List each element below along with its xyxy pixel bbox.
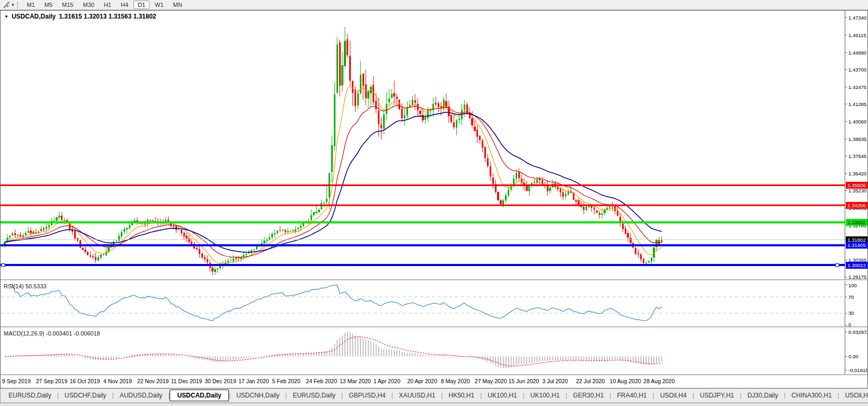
chart-tab-audusd-daily[interactable]: AUDUSD,Daily — [114, 390, 169, 401]
price-axis-label: 1.38835 — [848, 136, 866, 142]
timeframe-button-w1[interactable]: W1 — [150, 1, 168, 9]
chart-tab-usdchf-daily[interactable]: USDCHF,Daily — [59, 390, 112, 401]
rsi-indicator-label: RSI(14) 50.5333 — [4, 283, 47, 289]
macd-signal-line — [5, 337, 662, 366]
price-tag-1.35606: 1.35606 — [846, 182, 867, 189]
status-strip — [0, 403, 868, 406]
chart-tab-eurusd-daily[interactable]: EURUSD,Daily — [3, 390, 57, 401]
date-label: 4 Nov 2019 — [103, 378, 132, 384]
macd-axis-label: 0.00 — [848, 354, 858, 359]
price-axis-label: 1.46115 — [848, 32, 866, 38]
mid-ma-line[interactable] — [5, 105, 662, 258]
ohlc-values: 1.31615 1.32013 1.31563 1.31802 — [59, 13, 156, 20]
timeframe-button-h4[interactable]: H4 — [117, 1, 132, 9]
svg-text:1.34206: 1.34206 — [847, 202, 865, 208]
price-axis-label: 1.42475 — [848, 84, 866, 90]
rsi-axis-label: 0 — [848, 322, 851, 327]
slow-ma-line[interactable] — [5, 112, 662, 252]
price-axis-label: 1.41285 — [848, 101, 866, 107]
date-label: 1 Apr 2020 — [374, 378, 401, 384]
date-label: 10 Aug 2020 — [610, 378, 641, 384]
date-label: 15 Jun 2020 — [509, 378, 539, 384]
chart-tab-hk50-h1[interactable]: HK50,H1 — [443, 390, 481, 401]
date-label: 28 Aug 2020 — [643, 378, 675, 384]
chart-tab-usoil-h4[interactable]: USOil,H4 — [654, 390, 693, 401]
price-tag-1.34206: 1.34206 — [846, 202, 867, 209]
top-toolbar: ▾ M1M5M15M30H1H4D1W1MN — [0, 0, 868, 10]
price-axis-label: 1.40060 — [848, 119, 866, 125]
rsi-axis: 10070300 — [845, 281, 857, 326]
timeframe-button-m15[interactable]: M15 — [58, 1, 77, 9]
svg-text:1.35606: 1.35606 — [847, 182, 865, 188]
price-axis-label: 1.29175 — [848, 274, 866, 279]
svg-text:1.31802: 1.31802 — [847, 237, 865, 243]
date-label: 13 Mar 2020 — [340, 378, 371, 384]
price-axis-label: 1.43700 — [848, 67, 866, 73]
price-axis-label: 1.36420 — [848, 171, 866, 176]
chart-tab-xauusd-h1[interactable]: XAUUSD,H1 — [393, 390, 441, 401]
timeframe-button-m30[interactable]: M30 — [79, 1, 99, 9]
chart-tab-uk100-h1[interactable]: UK100,H1 — [525, 390, 565, 401]
date-label: 11 Dec 2019 — [171, 378, 202, 384]
date-label: 17 Jan 2020 — [238, 378, 269, 384]
horizontal-lines[interactable] — [1, 185, 845, 267]
tool-dropdown-caret-icon[interactable]: ▾ — [12, 2, 14, 7]
price-axis-label: 1.37645 — [848, 153, 866, 159]
timeframe-button-d1[interactable]: D1 — [134, 1, 149, 9]
drawing-tool-icon[interactable] — [2, 1, 11, 9]
date-label: 3 Jul 2020 — [542, 378, 568, 384]
timeframe-button-h1[interactable]: H1 — [100, 1, 116, 9]
date-labels: 9 Sep 201927 Sep 201916 Oct 20194 Nov 20… — [2, 378, 675, 384]
price-axis-label: 1.47340 — [848, 15, 866, 21]
rsi-axis-label: 100 — [848, 283, 857, 288]
price-tag-1.31405: 1.31405 — [846, 242, 867, 249]
svg-text:1.30022: 1.30022 — [847, 262, 865, 268]
chart-tab-usdcad-daily[interactable]: USDCAD,Daily — [170, 390, 228, 401]
chart-title: ▼ USDCAD,Daily 1.31615 1.32013 1.31563 1… — [4, 13, 156, 20]
timeframe-button-m5[interactable]: M5 — [40, 1, 57, 9]
date-label: 27 Sep 2019 — [36, 378, 68, 384]
chart-tab-uk100-h1[interactable]: UK100,H1 — [482, 390, 522, 401]
chart-tab-dj30-daily[interactable]: DJ30,Daily — [741, 390, 784, 401]
chart-tab-ger30-h1[interactable]: GER30,H1 — [567, 390, 609, 401]
chart-tab-usdcnh-daily[interactable]: USDCNH,Daily — [231, 390, 285, 401]
price-tag-1.30022: 1.30022 — [846, 262, 867, 269]
chart-tab-eurusd-daily[interactable]: EURUSD,Daily — [287, 390, 341, 401]
chart-tabs-bar: EURUSD,Daily|USDCHF,Daily|AUDUSD,Daily|U… — [0, 389, 868, 403]
macd-pane[interactable]: 0.0329720.00-0.018154 — [1, 328, 867, 374]
fast-ma-line[interactable] — [5, 86, 662, 263]
symbol-collapse-icon[interactable]: ▼ — [4, 14, 8, 19]
chart-tab-gbpusd-h4[interactable]: GBPUSD,H4 — [343, 390, 391, 401]
rsi-content — [1, 285, 845, 321]
macd-histogram — [5, 332, 662, 368]
line-handle[interactable] — [836, 263, 839, 267]
svg-text:1.33011: 1.33011 — [848, 219, 866, 225]
price-pane[interactable]: 1.473401.461151.448901.437001.424751.412… — [1, 11, 867, 279]
rsi-pane[interactable]: 10070300 — [1, 281, 867, 326]
chart-tab-usoil-h1[interactable]: USOil,H1 — [839, 390, 868, 401]
timeframe-bar: M1M5M15M30H1H4D1W1MN — [22, 1, 187, 9]
date-label: 20 Apr 2020 — [407, 378, 437, 384]
date-label: 8 May 2020 — [441, 378, 470, 384]
rsi-line — [10, 285, 662, 321]
timeframe-button-mn[interactable]: MN — [169, 1, 187, 9]
price-tag-1.33011: 1.33011 — [846, 219, 867, 226]
svg-text:1.31405: 1.31405 — [847, 242, 865, 248]
date-label: 27 May 2020 — [475, 378, 507, 384]
toolbar-grip[interactable] — [17, 2, 19, 8]
chart-tab-usdjpy-h1[interactable]: USDJPY,H1 — [694, 390, 740, 401]
chart-tab-china300-h1[interactable]: CHINA300,H1 — [786, 390, 838, 401]
symbol-label: USDCAD,Daily — [12, 13, 56, 20]
time-axis[interactable]: 9 Sep 201927 Sep 201916 Oct 20194 Nov 20… — [1, 375, 867, 388]
date-label: 24 Feb 2020 — [306, 378, 337, 384]
chart-tab-fra40-h1[interactable]: FRA40,H1 — [611, 390, 652, 401]
line-handle[interactable] — [2, 263, 5, 267]
date-label: 30 Dec 2019 — [205, 378, 236, 384]
rsi-axis-label: 30 — [848, 310, 854, 316]
rsi-axis-label: 70 — [848, 294, 854, 300]
date-label: 22 Jul 2020 — [576, 378, 605, 384]
timeframe-button-m1[interactable]: M1 — [23, 1, 39, 9]
macd-indicator-label: MACD(12,26,9) -0.003401 -0.006018 — [4, 330, 100, 337]
tabbar-edge — [0, 389, 1, 403]
date-label: 16 Oct 2019 — [69, 378, 100, 384]
